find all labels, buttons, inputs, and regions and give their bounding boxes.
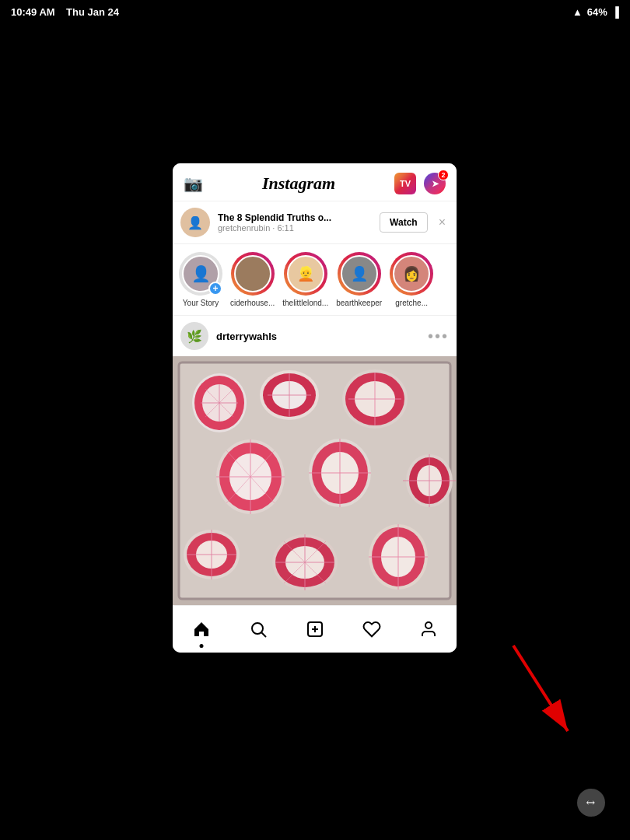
- camera-icon[interactable]: 📷: [184, 174, 203, 193]
- svg-line-60: [513, 646, 568, 731]
- notifications-button[interactable]: ➤ 2: [424, 173, 446, 194]
- notif-avatar: 👤: [180, 208, 210, 237]
- status-bar: 10:49 AM Thu Jan 24 ▲ 64% ▐: [0, 0, 630, 23]
- resize-handle[interactable]: ⤢: [577, 789, 605, 817]
- nav-search[interactable]: [244, 615, 272, 643]
- status-time-date: 10:49 AM Thu Jan 24: [11, 6, 119, 18]
- story-inner-4: 👩: [393, 255, 430, 292]
- nav-heart[interactable]: [358, 615, 386, 643]
- wifi-icon: ▲: [572, 6, 583, 18]
- story-avatar-wrap-1: [231, 252, 275, 296]
- story-ring-1: [231, 252, 275, 296]
- ig-header: 📷 Instagram TV ➤ 2: [173, 163, 457, 201]
- svg-point-53: [252, 623, 263, 634]
- stories-row: 👤 + Your Story ciderhouse... 👱: [173, 244, 457, 316]
- post-image-svg: [173, 356, 457, 605]
- story-avatar-wrap-3: 👤: [338, 252, 381, 296]
- story-inner-2: 👱: [287, 255, 324, 292]
- post-more-button[interactable]: •••: [428, 327, 449, 345]
- paper-plane-icon: ➤: [432, 179, 439, 189]
- battery-bar: ▐: [612, 6, 619, 18]
- resize-icon: ⤢: [583, 795, 599, 810]
- story-label-1: ciderhouse...: [230, 299, 275, 307]
- story-item-4[interactable]: 👩 gretche...: [390, 252, 433, 307]
- add-story-badge: +: [208, 282, 222, 296]
- nav-home[interactable]: [187, 615, 215, 643]
- instagram-app: 📷 Instagram TV ➤ 2 👤 The 8 Splendid Trut…: [173, 163, 457, 653]
- igtv-button[interactable]: TV: [394, 173, 416, 194]
- post-header: 🌿 drterrywahls •••: [173, 316, 457, 356]
- nav-add[interactable]: [301, 615, 329, 643]
- story-label-4: gretche...: [395, 299, 428, 307]
- story-label-yours: Your Story: [183, 299, 219, 307]
- story-item-yours[interactable]: 👤 + Your Story: [179, 252, 222, 307]
- story-label-2: thelittlelond...: [282, 299, 328, 307]
- story-ring-4: 👩: [390, 252, 433, 296]
- post-image: [173, 356, 457, 605]
- post-avatar-img: 🌿: [187, 329, 202, 344]
- status-icons: ▲ 64% ▐: [572, 6, 619, 18]
- story-inner-1: [234, 255, 271, 292]
- header-icons: TV ➤ 2: [394, 173, 446, 194]
- story-avatar-wrap-4: 👩: [390, 252, 433, 296]
- your-story-avatar-wrap: 👤 +: [179, 252, 222, 296]
- notif-avatar-img: 👤: [187, 215, 203, 230]
- bottom-nav: [173, 605, 457, 653]
- close-notification-icon[interactable]: ×: [436, 212, 449, 233]
- story-item-3[interactable]: 👤 bearthkeeper: [336, 252, 382, 307]
- story-label-3: bearthkeeper: [336, 299, 382, 307]
- story-ring-3: 👤: [338, 252, 381, 296]
- post-user-avatar[interactable]: 🌿: [180, 322, 208, 350]
- story-ring-2: 👱: [284, 252, 327, 296]
- your-story-photo: 👤: [191, 264, 211, 283]
- story-avatar-wrap-2: 👱: [284, 252, 327, 296]
- notif-subtitle: gretchenrubin · 6:11: [218, 223, 372, 233]
- ig-logo-title: Instagram: [262, 173, 335, 194]
- post-username[interactable]: drterrywahls: [216, 331, 420, 342]
- svg-point-58: [425, 622, 432, 628]
- story-inner-3: 👤: [341, 255, 378, 292]
- igtv-label: TV: [400, 179, 411, 188]
- notif-text-block: The 8 Splendid Truths o... gretchenrubin…: [218, 212, 372, 233]
- watch-button[interactable]: Watch: [380, 212, 428, 233]
- status-date: Thu Jan 24: [66, 6, 119, 18]
- red-arrow: [498, 630, 591, 754]
- nav-profile[interactable]: [415, 615, 443, 643]
- status-time: 10:49 AM: [11, 6, 55, 18]
- notif-title: The 8 Splendid Truths o...: [218, 212, 372, 223]
- svg-line-54: [261, 633, 266, 638]
- story-item-1[interactable]: ciderhouse...: [230, 252, 275, 307]
- story-item-2[interactable]: 👱 thelittlelond...: [282, 252, 328, 307]
- notification-count: 2: [438, 170, 449, 180]
- battery-icon: 64%: [587, 6, 607, 18]
- notification-bar: 👤 The 8 Splendid Truths o... gretchenrub…: [173, 201, 457, 244]
